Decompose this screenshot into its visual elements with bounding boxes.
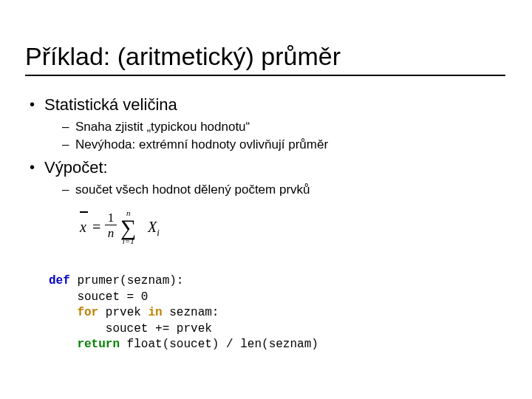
bullet-2: Výpočet: součet všech hodnot dělený počt… bbox=[28, 157, 505, 199]
formula-fraction: 1 n bbox=[105, 211, 117, 239]
formula-lhs: x bbox=[80, 219, 86, 236]
sum-lower: i=1 bbox=[120, 237, 136, 245]
kw-return: return bbox=[77, 338, 120, 351]
code-l1: prumer(seznam): bbox=[70, 274, 184, 287]
bullet-2-sublist: součet všech hodnot dělený počtem prvků bbox=[44, 182, 505, 199]
bullet-1-text: Statistická veličina bbox=[44, 95, 177, 114]
bullet-1-2-text: Nevýhoda: extrémní hodnoty ovlivňují prů… bbox=[75, 137, 328, 151]
code-block: def prumer(seznam): soucet = 0 for prvek… bbox=[44, 272, 323, 355]
bullet-2-text: Výpočet: bbox=[44, 158, 108, 177]
kw-in: in bbox=[148, 306, 162, 319]
formula-rhs-sub: i bbox=[157, 227, 160, 238]
bullet-1: Statistická veličina Snaha zjistit „typi… bbox=[28, 95, 505, 153]
bullet-2-1-text: součet všech hodnot dělený počtem prvků bbox=[75, 183, 310, 197]
overline-icon bbox=[80, 211, 88, 213]
bullet-1-2: Nevýhoda: extrémní hodnoty ovlivňují prů… bbox=[62, 137, 505, 154]
formula: x = 1 n n ∑ i=1 Xi bbox=[80, 211, 191, 252]
code-l2: soucet = 0 bbox=[49, 290, 148, 304]
code-l3a: prvek bbox=[98, 306, 148, 319]
bullet-list: Statistická veličina Snaha zjistit „typi… bbox=[25, 95, 505, 199]
bullet-2-1: součet všech hodnot dělený počtem prvků bbox=[62, 182, 505, 199]
bullet-1-1-text: Snaha zjistit „typickou hodnotu“ bbox=[75, 120, 250, 134]
bullet-1-sublist: Snaha zjistit „typickou hodnotu“ Nevýhod… bbox=[44, 119, 505, 154]
code-l4: soucet += prvek bbox=[49, 322, 212, 335]
bullet-1-1: Snaha zjistit „typickou hodnotu“ bbox=[62, 119, 505, 136]
formula-equals: = bbox=[92, 219, 100, 236]
title-block: Příklad: (aritmetický) průměr bbox=[25, 43, 505, 76]
formula-summation: n ∑ i=1 bbox=[120, 209, 136, 245]
kw-def: def bbox=[49, 274, 70, 287]
sigma-icon: ∑ bbox=[120, 217, 136, 237]
slide-title: Příklad: (aritmetický) průměr bbox=[25, 43, 505, 70]
code-l3b: seznam: bbox=[163, 306, 219, 319]
formula-denominator: n bbox=[105, 225, 117, 239]
formula-rhs-var: X bbox=[148, 219, 157, 235]
formula-numerator: 1 bbox=[105, 211, 117, 225]
formula-rhs: Xi bbox=[148, 219, 160, 239]
slide: Příklad: (aritmetický) průměr Statistick… bbox=[0, 0, 532, 399]
kw-for: for bbox=[77, 306, 98, 319]
slide-body: Statistická veličina Snaha zjistit „typi… bbox=[25, 95, 505, 203]
code-l5: float(soucet) / len(seznam) bbox=[120, 338, 318, 351]
